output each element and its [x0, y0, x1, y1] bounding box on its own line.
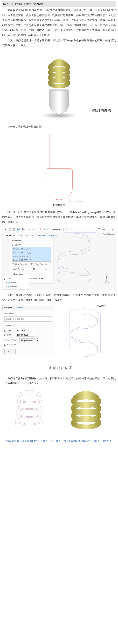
hide-original-label: Hide Original: [15, 262, 26, 266]
intro-paragraph-1: 常看我的教程的同学们会发现，我做的东西都相对来说，偏基础一些，但又不是完全的照本…: [2, 8, 116, 38]
preview-value: 0.000000: [97, 304, 106, 308]
center-offset-check[interactable]: [4, 344, 6, 346]
paragraph-finish: 做好这个扭曲的灯管路径，后面就一步扫描就可以完成了。如果你想做的更精致一些，可以…: [2, 376, 116, 386]
end-check[interactable]: [4, 334, 6, 336]
tree-item-sweep[interactable]: ▸🧊Sweep 1: [3, 281, 28, 285]
paragraph-warp-intro: 接下来，我们对这个外轮廓进行扭曲操作（Warp），在 Model>editing…: [2, 210, 116, 225]
references-heading: References: [12, 239, 51, 242]
marq-refs-label: References: [4, 312, 52, 316]
svg-point-28: [16, 416, 43, 425]
warp-box-icon[interactable]: [8, 228, 11, 231]
marq-ref-input[interactable]: Click here to add item: [4, 316, 52, 322]
watermark-link: 仿真在线 www.1CAE.com: [68, 200, 84, 203]
tree-root[interactable]: ▸□PRT(: [3, 276, 28, 281]
svg-point-32: [18, 417, 41, 424]
paragraph-options: 同时，我们也可以看一下相关的选项，比如我再增加一下扭曲发生的起始位置，根据需要来…: [2, 292, 116, 302]
geom-item[interactable]: Curve:F5(SKETCH_1): [12, 258, 51, 262]
figure-outline-caption: 灯泡外轮廓: [33, 203, 85, 208]
geom-item[interactable]: Curve:F5(SKETCH_1): [12, 247, 51, 251]
copy-original-check[interactable]: [31, 263, 33, 265]
svg-line-19: [103, 282, 107, 284]
geometry-label: Geometry: [12, 243, 22, 247]
svg-line-18: [107, 282, 111, 283]
geom-item[interactable]: Curve:F5(SKETCH_1): [12, 251, 51, 254]
end-label: End: [7, 333, 15, 337]
svg-text:y: y: [106, 276, 107, 278]
svg-point-31: [18, 409, 41, 416]
spiral-wire: [11, 388, 48, 436]
intro-paragraph-2: 今天，我们还是通过一个简单的实例，来认识一下 Warp 命令在特殊案例中的应用，…: [2, 38, 116, 48]
bend-icon[interactable]: ◐: [28, 228, 31, 231]
spiral-solid: [65, 388, 107, 436]
geometry-list[interactable]: Curve:F5(SKETCH_1) Curve:F5(SKETCH_1) Cu…: [12, 247, 51, 262]
svg-point-23: [84, 306, 85, 308]
start-input[interactable]: [16, 329, 34, 332]
bulb-outline-sketch: [33, 132, 85, 200]
marquee-size-label: Marquee Size: [4, 338, 18, 342]
svg-point-26: [16, 401, 43, 410]
reset-button[interactable]: Reset: [4, 349, 16, 354]
twist-start-preview: 0.000000: [60, 305, 109, 364]
marquee-panel: Marquee Properties References Click here…: [2, 305, 54, 356]
svg-text:x: x: [111, 282, 112, 284]
svg-point-24: [84, 356, 85, 358]
svg-text:Insert 1 node: Insert 1 node: [79, 274, 89, 276]
end-input[interactable]: [16, 333, 34, 336]
article-title: [CREO3.0]节能灯的做法（WARP）: [2, 1, 116, 7]
angle-label: Angle:: [43, 228, 49, 231]
axis-icon[interactable]: ⇅: [39, 228, 42, 231]
tab-properties-2[interactable]: Properties: [14, 305, 26, 310]
lamp-render: [38, 50, 80, 119]
closing-cta: 如果你喜欢，请关注我的个人公众号，在公众号中搜"ZIPOMD"或描码关注。我们一…: [2, 439, 116, 443]
start-label: Start: [7, 328, 15, 332]
tab-marquee-2[interactable]: Marquee: [2, 305, 14, 310]
twist-label: Twist: [22, 228, 26, 231]
twist-icon[interactable]: [17, 228, 20, 231]
figure-final-row: [2, 388, 116, 436]
svg-point-25: [16, 394, 43, 403]
facet-slider[interactable]: [26, 269, 44, 270]
svg-rect-1: [51, 89, 68, 90]
start-check[interactable]: [4, 330, 6, 332]
figure-outline: 灯泡外轮廓 仿真在线 www.1CAE.com: [2, 132, 116, 208]
svg-text:z: z: [102, 282, 103, 284]
nav-prev-icon[interactable]: ◄: [4, 228, 7, 231]
facet-preview-label: Facet Preview: [12, 267, 24, 271]
angle-callout: 700.000000: [103, 233, 114, 236]
svg-point-27: [16, 408, 43, 418]
geom-item[interactable]: Curve:F5(SKETCH_1): [12, 254, 51, 258]
center-offset-label: Center offset: [7, 343, 18, 346]
viewport-3d[interactable]: 1cae.com 700.000000 Insert 1 node y x z: [50, 230, 115, 289]
figure-lamp: 节能灯的做法: [2, 50, 116, 122]
svg-rect-11: [9, 228, 11, 230]
marquee-size-select[interactable]: Proportional: [19, 338, 39, 342]
active-axis-label: Active Axis: [4, 324, 52, 328]
figure-lamp-caption: 节能灯的做法: [90, 107, 111, 114]
copy-original-label: Copy Original: [35, 262, 47, 266]
warp-cage-icon[interactable]: [13, 228, 16, 231]
facet-value: 70: [45, 267, 47, 271]
svg-point-29: [18, 395, 41, 402]
warp-ui-panel: ◄ Twist ◐ ▭ ⇅ Angle: ▾ scal ✓ ✕ Referenc…: [2, 227, 116, 290]
twist-start-caption: 扭曲的起始位置: [2, 365, 116, 371]
tree-item-revolve[interactable]: ▸ϕRevolve 1: [3, 285, 28, 289]
model-tree: ▸□PRT( ▸🧊Sweep 1 ▸ϕRevolve 1: [3, 276, 29, 290]
svg-point-30: [18, 402, 41, 409]
hide-original-check[interactable]: [12, 263, 14, 265]
axis-indicator: y x z: [102, 276, 112, 286]
step-1: 第一步，我们先做外轮廓曲线。: [2, 124, 116, 129]
stretch-icon[interactable]: ▭: [32, 228, 35, 231]
